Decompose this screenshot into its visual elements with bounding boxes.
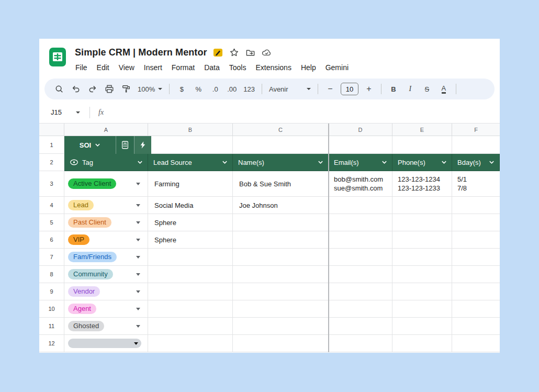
print-button[interactable]: [103, 82, 116, 96]
chevron-down-icon[interactable]: [441, 160, 447, 164]
tag-pill[interactable]: Agent: [68, 304, 96, 314]
header-cell-emails[interactable]: Email(s): [329, 154, 392, 171]
dropdown-arrow-icon[interactable]: [136, 256, 140, 259]
lead-source-cell[interactable]: [148, 318, 233, 335]
bday-cell[interactable]: [452, 283, 500, 300]
chevron-down-icon[interactable]: [318, 160, 323, 164]
menu-insert[interactable]: Insert: [139, 61, 167, 74]
row-number[interactable]: 12: [39, 335, 64, 352]
row-number[interactable]: 6: [39, 231, 64, 249]
email-cell[interactable]: [329, 300, 392, 318]
name-cell[interactable]: [233, 249, 329, 266]
tag-pill[interactable]: Past Client: [68, 217, 111, 228]
google-sheets-logo-icon[interactable]: [48, 47, 68, 67]
quick-actions-button[interactable]: [134, 136, 151, 154]
tag-cell[interactable]: Agent: [64, 300, 148, 318]
strikethrough-button[interactable]: S: [420, 82, 434, 96]
lead-source-cell[interactable]: Sphere: [148, 214, 233, 231]
name-cell[interactable]: Bob & Sue Smith: [233, 171, 329, 197]
phone-cell[interactable]: [392, 231, 452, 249]
bday-cell[interactable]: [452, 300, 500, 318]
text-color-button[interactable]: A: [442, 85, 446, 94]
column-header-e[interactable]: E: [392, 124, 452, 136]
bday-cell[interactable]: 5/17/8: [452, 171, 500, 197]
tag-pill[interactable]: Ghosted: [68, 321, 104, 331]
email-cell[interactable]: [329, 318, 392, 335]
tag-cell[interactable]: Fam/Friends: [64, 249, 148, 266]
column-header-f[interactable]: F: [452, 124, 500, 136]
search-button[interactable]: [52, 82, 66, 96]
tag-pill[interactable]: Fam/Friends: [68, 252, 117, 262]
dropdown-arrow-icon[interactable]: [136, 325, 140, 328]
row-number[interactable]: 5: [39, 214, 64, 231]
chevron-down-icon[interactable]: [222, 160, 228, 164]
increase-font-size-button[interactable]: +: [362, 82, 376, 96]
dropdown-arrow-icon[interactable]: [136, 183, 140, 185]
lead-source-cell[interactable]: Sphere: [148, 231, 233, 249]
row-number[interactable]: 10: [39, 300, 64, 318]
lead-source-cell[interactable]: Social Media: [148, 197, 233, 214]
tag-cell[interactable]: Vendor: [64, 283, 148, 300]
row-number[interactable]: 11: [39, 318, 64, 335]
chevron-down-icon[interactable]: [76, 111, 80, 114]
row-number[interactable]: 7: [39, 249, 64, 266]
email-cell[interactable]: [329, 266, 392, 283]
soi-table-dropdown[interactable]: SOI: [64, 136, 116, 154]
header-cell-phones[interactable]: Phone(s): [392, 154, 452, 171]
calculator-button[interactable]: [116, 136, 134, 154]
phone-cell[interactable]: [392, 249, 452, 266]
lead-source-cell[interactable]: Farming: [148, 171, 233, 197]
phone-cell[interactable]: [392, 335, 452, 352]
tag-cell[interactable]: Active Client: [64, 171, 148, 197]
name-cell[interactable]: [233, 318, 329, 335]
tag-cell[interactable]: Ghosted: [64, 318, 148, 335]
lead-source-cell[interactable]: [148, 249, 233, 266]
frozen-pane-divider[interactable]: [328, 124, 329, 352]
percent-format-button[interactable]: %: [192, 82, 205, 96]
email-cell[interactable]: [329, 197, 392, 214]
bday-cell[interactable]: [452, 318, 500, 335]
column-header-c[interactable]: C: [233, 124, 329, 136]
empty-cell[interactable]: [392, 136, 452, 154]
phone-cell[interactable]: [392, 266, 452, 283]
header-cell-lead-source[interactable]: Lead Source: [148, 154, 233, 171]
phone-cell[interactable]: 123-123-1234123-123-1233: [392, 171, 452, 197]
tag-cell[interactable]: VIP: [64, 231, 148, 249]
tag-pill[interactable]: Lead: [68, 200, 94, 210]
tag-cell[interactable]: [64, 335, 148, 352]
chevron-down-icon[interactable]: [137, 160, 143, 164]
email-cell[interactable]: [329, 249, 392, 266]
tag-pill[interactable]: VIP: [68, 234, 89, 245]
soi-cell[interactable]: SOI: [64, 136, 148, 154]
menu-view[interactable]: View: [114, 61, 139, 74]
name-cell[interactable]: [233, 231, 329, 249]
bday-cell[interactable]: [452, 231, 500, 249]
move-folder-icon[interactable]: [245, 47, 256, 58]
italic-button[interactable]: I: [403, 82, 417, 96]
phone-cell[interactable]: [392, 300, 452, 318]
header-cell-names[interactable]: Name(s): [233, 154, 329, 171]
column-header-b[interactable]: B: [148, 124, 233, 136]
column-header-a[interactable]: A: [64, 124, 148, 136]
name-cell[interactable]: [233, 283, 329, 300]
tag-pill[interactable]: Community: [68, 269, 113, 279]
menu-edit[interactable]: Edit: [92, 61, 114, 74]
bday-cell[interactable]: [452, 214, 500, 231]
name-box[interactable]: J15: [51, 108, 75, 116]
phone-cell[interactable]: [392, 214, 452, 231]
email-cell[interactable]: [329, 214, 392, 231]
dropdown-arrow-icon[interactable]: [136, 308, 140, 310]
row-number[interactable]: 8: [39, 266, 64, 283]
empty-cell[interactable]: [452, 136, 500, 154]
dropdown-arrow-icon[interactable]: [136, 273, 140, 276]
menu-format[interactable]: Format: [167, 61, 199, 74]
name-cell[interactable]: [233, 266, 329, 283]
phone-cell[interactable]: [392, 197, 452, 214]
decrease-decimal-button[interactable]: .0: [208, 82, 222, 96]
bday-cell[interactable]: [452, 335, 500, 352]
column-header-d[interactable]: D: [329, 124, 392, 136]
empty-cell[interactable]: [148, 136, 233, 154]
row-number[interactable]: 9: [39, 283, 64, 300]
tag-cell[interactable]: Past Client: [64, 214, 148, 231]
email-cell[interactable]: [329, 283, 392, 300]
